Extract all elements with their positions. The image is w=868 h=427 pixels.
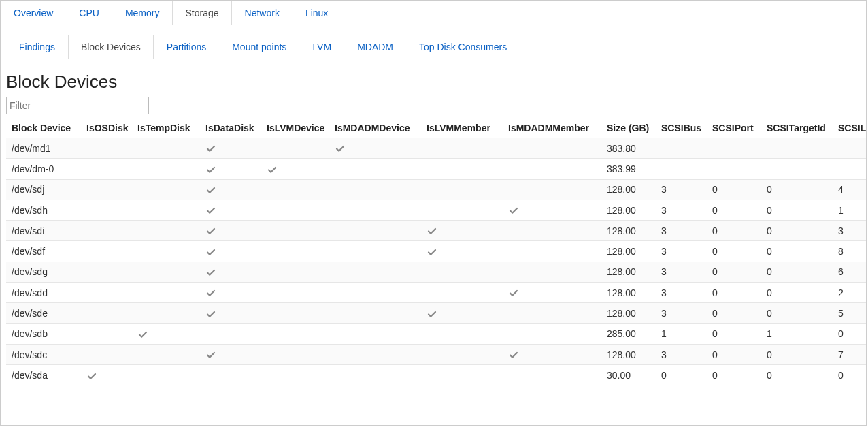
column-header[interactable]: Size (GB) bbox=[601, 118, 656, 138]
cell-mdm bbox=[503, 323, 601, 344]
cell-data bbox=[200, 179, 261, 200]
cell-lun: 5 bbox=[833, 303, 867, 323]
cell-lvmd bbox=[261, 241, 329, 262]
column-header[interactable]: IsMDADMDevice bbox=[329, 118, 421, 138]
cell-os bbox=[81, 200, 132, 220]
secondary-tab-mdadm[interactable]: MDADM bbox=[344, 35, 406, 59]
cell-lvmm bbox=[421, 344, 503, 364]
check-icon bbox=[205, 267, 216, 278]
cell-lun bbox=[833, 159, 867, 179]
table-row[interactable]: /dev/sdi128.003003 bbox=[6, 221, 867, 241]
cell-mdm bbox=[503, 344, 601, 364]
cell-os bbox=[81, 365, 132, 385]
primary-tab-overview[interactable]: Overview bbox=[1, 1, 66, 25]
cell-block-device: /dev/sdi bbox=[6, 221, 81, 241]
primary-tab-network[interactable]: Network bbox=[232, 1, 293, 25]
cell-block-device: /dev/sda bbox=[6, 365, 81, 385]
cell-port: 0 bbox=[707, 221, 761, 241]
cell-block-device: /dev/sdj bbox=[6, 179, 81, 200]
filter-input[interactable] bbox=[6, 97, 149, 114]
cell-lvmm bbox=[421, 138, 503, 159]
table-row[interactable]: /dev/sdd128.003002 bbox=[6, 283, 867, 303]
cell-mdd bbox=[329, 283, 421, 303]
table-row[interactable]: /dev/sdc128.003007 bbox=[6, 344, 867, 364]
table-row[interactable]: /dev/sdh128.003001 bbox=[6, 200, 867, 220]
secondary-tab-mount-points[interactable]: Mount points bbox=[219, 35, 299, 59]
table-row[interactable]: /dev/sdf128.003008 bbox=[6, 241, 867, 262]
check-icon bbox=[508, 287, 519, 298]
primary-tab-memory[interactable]: Memory bbox=[112, 1, 173, 25]
cell-data bbox=[200, 241, 261, 262]
cell-os bbox=[81, 138, 132, 159]
table-row[interactable]: /dev/sde128.003005 bbox=[6, 303, 867, 323]
table-row[interactable]: /dev/md1383.80 bbox=[6, 138, 867, 159]
cell-data bbox=[200, 138, 261, 159]
cell-port: 0 bbox=[707, 241, 761, 262]
secondary-tab-findings[interactable]: Findings bbox=[6, 35, 68, 59]
cell-bus: 3 bbox=[656, 283, 707, 303]
check-icon bbox=[335, 143, 346, 154]
column-header[interactable]: SCSIPort bbox=[707, 118, 761, 138]
secondary-tab-lvm[interactable]: LVM bbox=[299, 35, 344, 59]
cell-lun: 0 bbox=[833, 365, 867, 385]
cell-os bbox=[81, 303, 132, 323]
primary-tabbar: OverviewCPUMemoryStorageNetworkLinux bbox=[1, 1, 866, 25]
cell-temp bbox=[132, 241, 200, 262]
column-header[interactable]: SCSIBus bbox=[656, 118, 707, 138]
cell-lvmm bbox=[421, 303, 503, 323]
table-row[interactable]: /dev/sdj128.003004 bbox=[6, 179, 867, 200]
cell-lvmd bbox=[261, 303, 329, 323]
cell-tgt: 0 bbox=[761, 241, 833, 262]
cell-lvmm bbox=[421, 200, 503, 220]
table-row[interactable]: /dev/dm-0383.99 bbox=[6, 159, 867, 179]
cell-temp bbox=[132, 221, 200, 241]
cell-block-device: /dev/dm-0 bbox=[6, 159, 81, 179]
cell-lun: 4 bbox=[833, 179, 867, 200]
column-header[interactable]: IsDataDisk bbox=[200, 118, 261, 138]
column-header[interactable]: Block Device bbox=[6, 118, 81, 138]
primary-tab-cpu[interactable]: CPU bbox=[66, 1, 112, 25]
check-icon bbox=[205, 247, 216, 257]
cell-mdm bbox=[503, 283, 601, 303]
cell-size: 383.80 bbox=[601, 138, 656, 159]
cell-port: 0 bbox=[707, 179, 761, 200]
cell-lvmd bbox=[261, 179, 329, 200]
check-icon bbox=[205, 164, 216, 175]
primary-tab-storage[interactable]: Storage bbox=[172, 1, 231, 25]
check-icon bbox=[205, 205, 216, 216]
cell-mdd bbox=[329, 323, 421, 344]
storage-panel: OverviewCPUMemoryStorageNetworkLinux Fin… bbox=[0, 0, 867, 426]
column-header[interactable]: IsLVMDevice bbox=[261, 118, 329, 138]
cell-temp bbox=[132, 303, 200, 323]
secondary-tab-top-disk-consumers[interactable]: Top Disk Consumers bbox=[406, 35, 520, 59]
check-icon bbox=[508, 349, 519, 360]
check-icon bbox=[86, 370, 97, 381]
primary-tab-linux[interactable]: Linux bbox=[293, 1, 341, 25]
cell-bus: 3 bbox=[656, 303, 707, 323]
column-header[interactable]: SCSITargetId bbox=[761, 118, 833, 138]
cell-lvmm bbox=[421, 323, 503, 344]
cell-data bbox=[200, 323, 261, 344]
cell-lvmm bbox=[421, 221, 503, 241]
table-row[interactable]: /dev/sdb285.001010 bbox=[6, 323, 867, 344]
column-header[interactable]: IsOSDisk bbox=[81, 118, 132, 138]
secondary-tab-partitions[interactable]: Partitions bbox=[154, 35, 219, 59]
cell-bus: 3 bbox=[656, 179, 707, 200]
cell-lvmd bbox=[261, 323, 329, 344]
cell-lvmd bbox=[261, 138, 329, 159]
cell-mdd bbox=[329, 221, 421, 241]
check-icon bbox=[205, 349, 216, 360]
table-row[interactable]: /dev/sda30.000000 bbox=[6, 365, 867, 385]
cell-tgt: 0 bbox=[761, 365, 833, 385]
cell-lvmm bbox=[421, 159, 503, 179]
column-header[interactable]: SCSILun bbox=[833, 118, 867, 138]
secondary-tab-block-devices[interactable]: Block Devices bbox=[68, 35, 154, 59]
check-icon bbox=[427, 309, 437, 319]
check-icon bbox=[427, 225, 437, 236]
column-header[interactable]: IsMDADMMember bbox=[503, 118, 601, 138]
column-header[interactable]: IsLVMMember bbox=[421, 118, 503, 138]
table-row[interactable]: /dev/sdg128.003006 bbox=[6, 262, 867, 282]
column-header[interactable]: IsTempDisk bbox=[132, 118, 200, 138]
cell-mdm bbox=[503, 221, 601, 241]
cell-temp bbox=[132, 323, 200, 344]
